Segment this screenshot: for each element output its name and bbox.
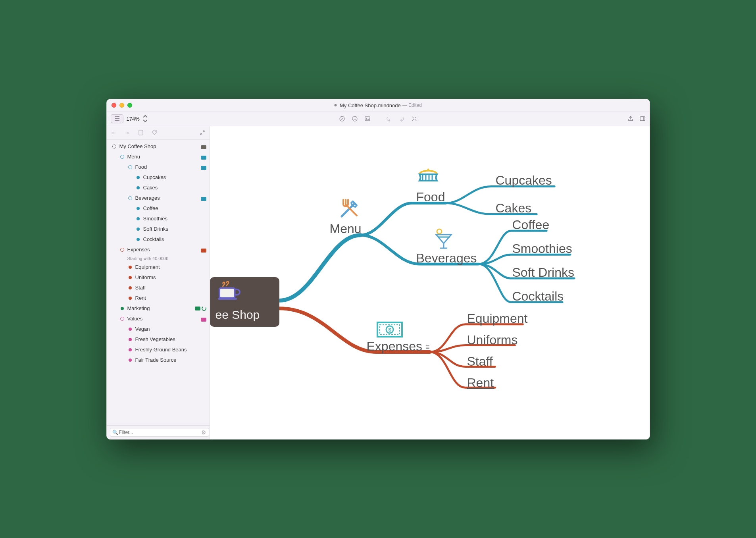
dirty-indicator-icon <box>334 104 337 106</box>
svg-point-2 <box>354 118 354 119</box>
outline-vegan[interactable]: Vegan <box>107 324 210 334</box>
window-status: — Edited <box>402 102 422 108</box>
svg-rect-12 <box>201 197 206 201</box>
outline-coffee[interactable]: Coffee <box>107 203 210 214</box>
node-cocktails[interactable]: Cocktails <box>512 289 564 304</box>
expand-icon[interactable] <box>199 129 206 136</box>
outline-cupcakes[interactable]: Cupcakes <box>107 172 210 183</box>
node-softdrinks[interactable]: Soft Drinks <box>512 265 574 280</box>
svg-point-5 <box>366 118 367 119</box>
undo-icon[interactable] <box>386 116 392 122</box>
svg-point-22 <box>437 229 442 234</box>
list-icon <box>114 116 120 122</box>
toolbar: 174% <box>107 112 650 126</box>
outline-badge-icon <box>201 196 206 200</box>
inspector-icon[interactable] <box>639 116 646 122</box>
notes-icon: ≡ <box>425 343 430 351</box>
fork-knife-icon <box>337 196 362 223</box>
outline-cocktails[interactable]: Cocktails <box>107 234 210 245</box>
minimize-icon[interactable] <box>119 103 124 108</box>
svg-point-0 <box>340 116 344 121</box>
zoom-value: 174% <box>127 116 140 122</box>
node-rent[interactable]: Rent <box>467 376 494 390</box>
svg-point-20 <box>427 168 429 170</box>
gear-icon[interactable]: ⚙ <box>201 429 206 436</box>
node-expenses[interactable]: Expenses≡ <box>367 339 430 354</box>
outline-badge-icon <box>201 145 206 148</box>
node-cupcakes[interactable]: Cupcakes <box>496 173 552 188</box>
titlebar: My Coffee Shop.mindnode — Edited <box>107 99 650 112</box>
outline-expenses[interactable]: Expenses <box>107 245 210 255</box>
traffic-lights <box>112 103 132 108</box>
outline-badge-icon <box>201 155 206 159</box>
search-icon: 🔍 <box>112 430 118 435</box>
filter-input[interactable] <box>110 428 209 437</box>
coffee-cup-icon <box>217 281 242 303</box>
outline-badge-icon <box>195 307 206 310</box>
outline-marketing[interactable]: Marketing <box>107 303 210 314</box>
svg-point-19 <box>424 170 426 172</box>
outline-tree[interactable]: My Coffee Shop Menu Food Cupcakes Cakes <box>107 140 210 425</box>
outline-staff[interactable]: Staff <box>107 283 210 293</box>
svg-rect-17 <box>219 288 235 298</box>
money-icon: $ <box>376 321 404 340</box>
svg-rect-7 <box>139 130 143 135</box>
indent-icon[interactable]: ⇥ <box>124 129 131 136</box>
outline-badge-icon <box>201 165 206 169</box>
outline-softdrinks[interactable]: Soft Drinks <box>107 224 210 234</box>
zoom-icon[interactable] <box>127 103 132 108</box>
node-root[interactable]: ee Shop <box>210 277 279 327</box>
node-staff[interactable]: Staff <box>467 354 493 369</box>
node-root-label: ee Shop <box>215 308 274 322</box>
outline-view-button[interactable] <box>111 114 123 123</box>
node-beverages[interactable]: Beverages <box>416 251 477 266</box>
sidebar: ⇤ ⇥ My Coffee Shop Menu <box>107 126 210 439</box>
outline-food[interactable]: Food <box>107 162 210 172</box>
smile-tool-icon[interactable] <box>352 116 358 122</box>
outline-smoothies[interactable]: Smoothies <box>107 214 210 224</box>
check-tool-icon[interactable] <box>339 116 345 122</box>
outline-badge-icon <box>201 248 206 252</box>
node-food[interactable]: Food <box>416 190 445 204</box>
node-coffee[interactable]: Coffee <box>512 218 550 232</box>
svg-rect-9 <box>201 145 206 149</box>
redo-icon[interactable] <box>398 116 405 122</box>
outline-beverages[interactable]: Beverages <box>107 193 210 203</box>
node-equipment[interactable]: Equipment <box>467 311 528 326</box>
svg-point-3 <box>355 118 356 119</box>
outline-beans[interactable]: Freshly Ground Beans <box>107 345 210 355</box>
note-icon[interactable] <box>138 129 144 136</box>
outline-badge-icon <box>201 317 206 321</box>
node-smoothies[interactable]: Smoothies <box>512 241 572 256</box>
svg-rect-11 <box>201 166 206 170</box>
tag-icon[interactable] <box>151 129 158 136</box>
outline-values[interactable]: Values <box>107 314 210 324</box>
window-title: My Coffee Shop.mindnode <box>340 102 401 108</box>
zoom-control[interactable]: 174% <box>127 116 148 122</box>
svg-rect-14 <box>195 307 200 310</box>
outline-menu[interactable]: Menu <box>107 152 210 162</box>
svg-point-8 <box>155 131 156 132</box>
outline-equipment[interactable]: Equipment <box>107 262 210 272</box>
pie-icon <box>416 164 440 187</box>
node-cakes[interactable]: Cakes <box>496 201 532 216</box>
svg-point-21 <box>430 170 432 172</box>
node-uniforms[interactable]: Uniforms <box>467 333 518 347</box>
outline-fairtrade[interactable]: Fair Trade Source <box>107 355 210 365</box>
close-icon[interactable] <box>112 103 116 108</box>
outline-root-label: My Coffee Shop <box>119 143 156 149</box>
cocktail-icon <box>432 228 455 252</box>
image-tool-icon[interactable] <box>364 116 371 122</box>
outdent-icon[interactable]: ⇤ <box>111 129 117 136</box>
share-icon[interactable] <box>627 116 634 122</box>
outline-root[interactable]: My Coffee Shop <box>107 141 210 152</box>
focus-icon[interactable] <box>411 116 417 122</box>
svg-point-15 <box>202 307 206 310</box>
outline-uniforms[interactable]: Uniforms <box>107 272 210 283</box>
outline-rent[interactable]: Rent <box>107 293 210 303</box>
outline-cakes[interactable]: Cakes <box>107 183 210 193</box>
svg-point-1 <box>352 116 357 121</box>
mindmap-canvas[interactable]: ee Shop Menu Food Cupcake <box>210 126 650 439</box>
node-menu[interactable]: Menu <box>330 222 362 236</box>
outline-freshveg[interactable]: Fresh Vegetables <box>107 334 210 345</box>
